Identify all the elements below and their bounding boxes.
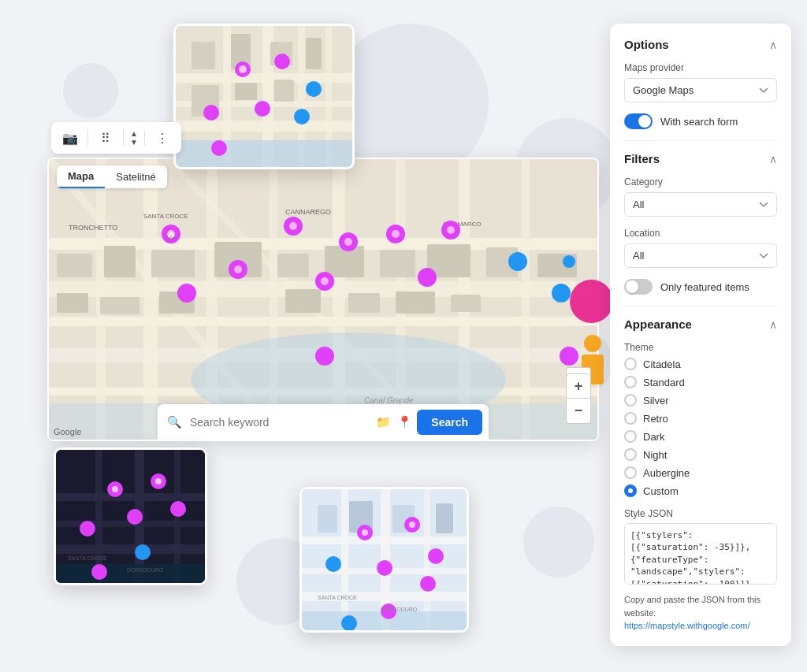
deco-blob-3 [523,507,594,577]
featured-label: Only featured items [660,281,749,293]
radio-night-label: Night [643,449,667,461]
search-icon: 🔍 [164,415,185,429]
radio-night-circle [624,448,637,461]
svg-rect-46 [277,254,309,277]
svg-rect-53 [100,297,139,314]
filters-chevron[interactable]: ∧ [769,153,777,165]
svg-point-80 [289,222,297,230]
search-button[interactable]: Search [417,410,482,435]
svg-point-83 [447,226,455,234]
folder-icon[interactable]: 📁 [376,415,391,429]
theme-citadela[interactable]: Citadela [624,358,777,370]
svg-rect-42 [57,254,92,277]
svg-rect-89 [56,544,207,554]
location-select[interactable]: All City Center Suburbs [624,243,777,268]
style-json-link[interactable]: https://mapstyle.withgoogle.com/ [624,621,750,630]
svg-point-84 [234,265,242,273]
svg-rect-12 [306,38,322,69]
toolbar-divider-2 [123,130,124,146]
zoom-out-button[interactable]: − [566,399,591,424]
search-extra-icons: 📁 📍 [376,415,412,429]
toolbar-grid-icon[interactable]: ⠿ [95,127,117,149]
tab-mapa[interactable]: Mapa [57,165,105,188]
svg-point-79 [167,230,175,238]
svg-point-122 [325,556,341,572]
theme-standard[interactable]: Standard [624,376,777,388]
appearance-chevron[interactable]: ∧ [769,318,777,331]
theme-aubergine[interactable]: Aubergine [624,466,777,479]
search-form-label: With search form [660,116,738,128]
svg-rect-113 [318,505,337,533]
tab-satelitne[interactable]: Satelitné [105,165,167,188]
theme-retro[interactable]: Retro [624,412,777,425]
svg-text:SANTA CROCE: SANTA CROCE [143,213,188,220]
map-card-bottom-left: SANTA CROCE DORSODURO [54,447,207,585]
filters-header: Filters ∧ [624,152,777,165]
radio-silver-circle [624,394,637,407]
svg-point-118 [362,529,368,536]
svg-rect-15 [274,80,294,102]
options-chevron[interactable]: ∧ [769,39,777,51]
theme-dark[interactable]: Dark [624,430,777,443]
options-header: Options ∧ [624,38,777,51]
appearance-title: Appearance [624,317,692,331]
svg-point-121 [428,548,444,564]
featured-toggle-slider [624,279,653,295]
svg-rect-87 [56,493,207,501]
svg-rect-44 [151,250,195,277]
svg-point-76 [563,255,575,268]
svg-point-101 [135,544,151,560]
theme-night[interactable]: Night [624,448,777,461]
map-area[interactable]: TRONCHETTO SANTA CROCE CANNAREGO SAN MAR… [47,158,599,441]
svg-point-100 [127,509,143,525]
search-input[interactable] [190,416,371,429]
map-card-top [173,24,355,169]
svg-point-77 [315,347,334,366]
theme-custom[interactable]: Custom [624,485,777,497]
search-form-toggle-row: With search form [624,113,777,129]
toolbar-arrow-down[interactable]: ▼ [130,139,138,147]
radio-citadela-label: Citadela [643,358,681,370]
map-tabs: Mapa Satelitné [57,165,167,188]
svg-rect-109 [341,489,348,633]
style-json-label: Style JSON [624,508,777,519]
svg-point-22 [294,109,310,124]
search-bar: 🔍 📁 📍 Search [158,404,489,440]
svg-point-97 [155,478,162,485]
theme-silver[interactable]: Silver [624,394,777,407]
svg-rect-58 [451,295,481,312]
radio-dark-label: Dark [643,431,664,443]
divider-2 [624,306,777,306]
toolbar: 📷 ⠿ ▲ ▼ ⋮ [51,122,181,154]
svg-point-75 [552,284,571,303]
svg-rect-47 [325,246,364,277]
location-icon[interactable]: 📍 [397,415,412,429]
maps-provider-select[interactable]: Google Maps OpenStreetMap Mapbox [624,78,777,102]
radio-custom-label: Custom [643,485,679,497]
svg-point-73 [177,284,196,303]
toolbar-photo-icon[interactable]: 📷 [59,127,81,149]
featured-toggle-row: Only featured items [624,279,777,295]
svg-rect-43 [104,246,136,277]
svg-text:DORSODURO: DORSODURO [127,567,164,573]
svg-point-21 [255,101,270,117]
search-form-toggle-slider [624,113,653,129]
svg-text:CANNAREGO: CANNAREGO [285,208,331,216]
svg-point-74 [508,252,527,271]
radio-standard-circle [624,376,637,388]
toolbar-more-icon[interactable]: ⋮ [151,127,173,149]
category-select[interactable]: All Food Hotels Shopping [624,192,777,217]
svg-point-123 [377,560,392,576]
zoom-in-button[interactable]: + [566,373,591,399]
search-form-toggle[interactable] [624,113,653,129]
options-panel: Options ∧ Maps provider Google Maps Open… [610,24,791,646]
svg-point-95 [112,486,118,492]
category-label: Category [624,176,777,187]
radio-citadela-circle [624,358,637,370]
radio-silver-label: Silver [643,395,669,407]
style-json-textarea[interactable]: [{"stylers": [{"saturation": -35}]},{"fe… [624,523,777,585]
appearance-header: Appearance ∧ [624,317,777,331]
toolbar-arrow-up[interactable]: ▲ [130,130,138,138]
svg-point-126 [341,615,357,631]
featured-toggle[interactable] [624,279,653,295]
